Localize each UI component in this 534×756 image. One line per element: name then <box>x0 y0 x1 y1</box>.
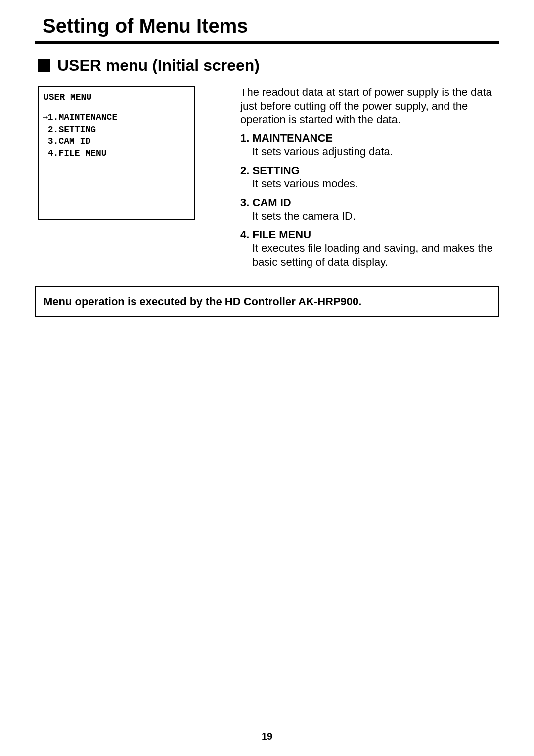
description-number: 2. <box>240 164 252 178</box>
osd-menu-item: 2.SETTING <box>43 124 187 135</box>
description-title: SETTING <box>252 164 299 178</box>
description-title: FILE MENU <box>252 228 311 242</box>
description-number: 4. <box>240 228 252 242</box>
osd-menu-title: USER MENU <box>44 91 187 103</box>
description-head: 3. CAM ID <box>240 196 499 210</box>
intro-paragraph: The readout data at start of power suppl… <box>240 86 499 127</box>
description-title: CAM ID <box>252 196 291 210</box>
osd-menu-item: →1.MAINTENANCE <box>43 111 187 123</box>
description-item: 3. CAM ID It sets the camera ID. <box>240 196 499 223</box>
title-divider <box>35 41 499 44</box>
subsection-title: USER menu (Initial screen) <box>57 56 260 75</box>
description-text: It sets various modes. <box>252 177 499 191</box>
subsection-heading: USER menu (Initial screen) <box>38 56 499 75</box>
description-column: The readout data at start of power suppl… <box>240 86 499 273</box>
description-item: 4. FILE MENU It executes file loading an… <box>240 228 499 269</box>
description-item: 1. MAINTENANCE It sets various adjusting… <box>240 132 499 159</box>
square-bullet-icon <box>38 59 50 72</box>
description-head: 2. SETTING <box>240 164 499 178</box>
description-text: It executes file loading and saving, and… <box>252 241 499 268</box>
description-number: 1. <box>240 132 252 145</box>
description-text: It sets various adjusting data. <box>252 145 499 159</box>
content-columns: USER MENU →1.MAINTENANCE 2.SETTING 3.CAM… <box>35 86 499 273</box>
description-head: 1. MAINTENANCE <box>240 132 499 145</box>
osd-menu-item: 4.FILE MENU <box>43 147 187 159</box>
description-item: 2. SETTING It sets various modes. <box>240 164 499 191</box>
note-box: Menu operation is executed by the HD Con… <box>35 286 499 317</box>
page-number: 19 <box>0 731 534 742</box>
osd-menu-box: USER MENU →1.MAINTENANCE 2.SETTING 3.CAM… <box>38 86 195 220</box>
osd-menu-item: 3.CAM ID <box>43 135 187 147</box>
description-title: MAINTENANCE <box>252 132 333 145</box>
page-body: Setting of Menu Items USER menu (Initial… <box>0 0 534 756</box>
description-head: 4. FILE MENU <box>240 228 499 242</box>
note-text: Menu operation is executed by the HD Con… <box>44 295 361 308</box>
description-number: 3. <box>240 196 252 210</box>
description-text: It sets the camera ID. <box>252 209 499 223</box>
page-title: Setting of Menu Items <box>43 15 499 37</box>
